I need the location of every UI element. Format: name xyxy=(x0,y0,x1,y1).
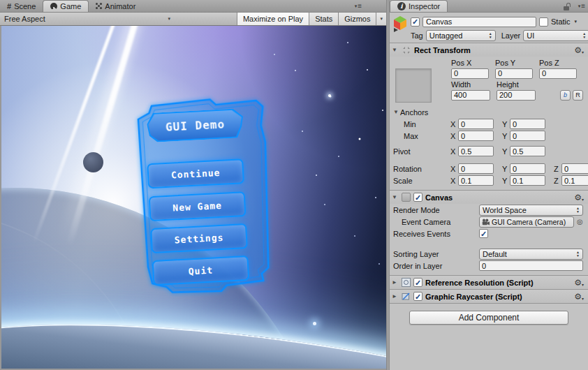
rotation-z-field[interactable]: 0 xyxy=(561,163,588,174)
foldout-open-icon[interactable]: ▼ xyxy=(392,194,399,200)
pos-y-field[interactable]: 0 xyxy=(495,68,533,79)
y-axis-label: Y xyxy=(502,132,508,140)
gameobject-cube-icon[interactable] xyxy=(392,15,408,32)
canvas-component: ▼ ✓ Canvas ⚙▾ Render Mode World Space xyxy=(390,190,588,275)
scale-y-field[interactable]: 0.1 xyxy=(510,175,545,186)
raw-edit-mode-button[interactable]: R xyxy=(573,90,583,101)
active-checkbox[interactable]: ✓ xyxy=(411,17,420,27)
scale-x-field[interactable]: 0.1 xyxy=(458,175,494,186)
checkmark-icon: ✓ xyxy=(412,18,418,25)
event-camera-object-field[interactable]: GUI Camera (Camera) xyxy=(479,216,574,228)
pivot-row: Pivot X 0.5 Y 0.5 xyxy=(390,145,588,157)
gear-icon[interactable]: ⚙▾ xyxy=(574,279,584,287)
unity-editor-window: # Scene Game Animator ▾ ≡ Free Aspect ▾ xyxy=(0,0,588,370)
foldout-closed-icon[interactable]: ► xyxy=(392,293,399,299)
sorting-layer-dropdown[interactable]: Default ▲▼ xyxy=(479,249,583,260)
checkmark-icon: ✓ xyxy=(415,279,421,286)
tab-game[interactable]: Game xyxy=(43,0,89,12)
static-caret-icon[interactable]: ▾ xyxy=(575,19,578,24)
tag-dropdown[interactable]: Untagged ▲▼ xyxy=(426,30,496,41)
reference-resolution-checkbox[interactable]: ✓ xyxy=(413,278,422,287)
canvas-enabled-checkbox[interactable]: ✓ xyxy=(413,193,422,202)
anchor-min-y-field[interactable]: 0 xyxy=(510,119,545,129)
x-axis-label: X xyxy=(450,132,456,140)
caret-down-icon: ▾ xyxy=(355,3,358,8)
rect-transform-header[interactable]: ▼ Rect Transform ⚙▾ xyxy=(390,43,588,57)
rotation-row: Rotation X 0 Y 0 Z 0 xyxy=(390,163,588,175)
hamburger-icon: ≡ xyxy=(358,3,361,9)
info-icon: i xyxy=(397,2,406,10)
receives-events-checkbox[interactable]: ✓ xyxy=(479,229,488,238)
pos-z-field[interactable]: 0 xyxy=(539,68,577,79)
gear-icon[interactable]: ⚙▾ xyxy=(574,193,584,202)
foldout-open-icon[interactable]: ▼ xyxy=(392,47,399,53)
game-view-toolbar: Free Aspect ▾ Maximize on Play Stats Giz… xyxy=(0,13,386,26)
render-mode-dropdown[interactable]: World Space ▲▼ xyxy=(479,205,583,216)
gizmos-caret-icon[interactable]: ▾ xyxy=(376,13,386,25)
game-gui-menu: GUI Demo Continue New Game Settings Quit xyxy=(130,93,280,304)
inspector-menu-icon[interactable]: ▾ ≡ xyxy=(578,3,585,9)
order-in-layer-row: Order in Layer 0 xyxy=(390,260,588,272)
lock-open-icon[interactable] xyxy=(563,3,571,10)
graphic-raycaster-checkbox[interactable]: ✓ xyxy=(413,292,422,301)
order-in-layer-field[interactable]: 0 xyxy=(479,260,583,271)
reference-resolution-header[interactable]: ► ✓ Reference Resolution (Script) ⚙▾ xyxy=(390,276,588,289)
sorting-layer-value: Default xyxy=(483,250,507,258)
blueprint-mode-button[interactable]: b xyxy=(560,90,571,101)
layer-value: UI xyxy=(527,31,534,40)
pivot-y-field[interactable]: 0.5 xyxy=(510,146,545,156)
tab-scene[interactable]: # Scene xyxy=(0,0,43,12)
foldout-closed-icon[interactable]: ► xyxy=(392,279,399,286)
tab-animator[interactable]: Animator xyxy=(89,0,142,12)
inspector-tabbar: i Inspector ▾ ≡ xyxy=(390,0,588,13)
pos-y-label: Pos Y xyxy=(495,59,539,68)
layer-dropdown[interactable]: UI ▲▼ xyxy=(523,30,588,41)
anchors-max-row: Max X 0 Y 0 xyxy=(390,130,588,142)
scale-row: Scale X 0.1 Y 0.1 Z 0.1 xyxy=(390,175,588,186)
canvas-component-header[interactable]: ▼ ✓ Canvas ⚙▾ xyxy=(390,191,588,204)
settings-button[interactable]: Settings xyxy=(150,223,248,253)
anchor-preset-preview[interactable] xyxy=(395,68,432,103)
object-picker-icon[interactable]: ◎ xyxy=(577,219,583,225)
inspector-body: ✓ Static ▾ Tag Untagged ▲▼ xyxy=(390,13,588,370)
gameobject-name-input[interactable] xyxy=(422,17,536,27)
graphic-raycaster-component: ► ✓ Graphic Raycaster (Script) ⚙▾ xyxy=(390,289,588,303)
gear-icon[interactable]: ⚙▾ xyxy=(574,293,584,301)
pos-x-field[interactable]: 0 xyxy=(451,68,489,79)
tab-inspector[interactable]: i Inspector xyxy=(390,0,448,12)
aspect-ratio-dropdown[interactable]: Free Aspect ▾ xyxy=(0,13,175,25)
height-field[interactable]: 200 xyxy=(497,90,536,101)
width-field[interactable]: 400 xyxy=(451,90,490,101)
left-panel-menu-icon[interactable]: ▾ ≡ xyxy=(355,3,361,9)
rect-transform-component: ▼ Rect Transform ⚙▾ Pos X Pos Y xyxy=(390,43,588,190)
graphic-raycaster-header[interactable]: ► ✓ Graphic Raycaster (Script) ⚙▾ xyxy=(390,290,588,303)
continue-button[interactable]: Continue xyxy=(147,158,244,188)
new-game-button[interactable]: New Game xyxy=(149,191,247,221)
foldout-open-icon[interactable]: ▼ xyxy=(393,109,400,115)
maximize-on-play-button[interactable]: Maximize on Play xyxy=(237,13,309,25)
y-axis-label: Y xyxy=(502,165,508,173)
rotation-y-field[interactable]: 0 xyxy=(510,163,545,174)
caret-down-icon: ▾ xyxy=(168,16,170,22)
anchor-max-y-field[interactable]: 0 xyxy=(510,131,545,141)
rotation-x-field[interactable]: 0 xyxy=(458,163,494,174)
gizmos-button[interactable]: Gizmos xyxy=(338,13,376,25)
gear-icon[interactable]: ⚙▾ xyxy=(574,46,584,54)
pivot-x-field[interactable]: 0.5 xyxy=(458,146,494,156)
scale-z-field[interactable]: 0.1 xyxy=(561,175,588,186)
pivot-label: Pivot xyxy=(393,147,450,156)
hamburger-icon: ≡ xyxy=(581,3,585,9)
event-camera-label: Event Camera xyxy=(393,218,479,226)
static-checkbox[interactable] xyxy=(539,17,548,27)
stats-button[interactable]: Stats xyxy=(309,13,338,25)
anchor-max-x-field[interactable]: 0 xyxy=(458,131,494,141)
checkmark-icon: ✓ xyxy=(415,194,421,201)
quit-button[interactable]: Quit xyxy=(152,256,250,286)
game-viewport[interactable]: GUI Demo Continue New Game Settings Quit xyxy=(0,26,386,370)
tag-label: Tag xyxy=(411,31,423,40)
anchor-min-x-field[interactable]: 0 xyxy=(458,119,494,129)
camera-icon xyxy=(482,219,490,225)
min-label: Min xyxy=(393,120,450,128)
add-component-button[interactable]: Add Component xyxy=(409,311,568,325)
dropdown-arrows-icon: ▲▼ xyxy=(580,32,586,38)
